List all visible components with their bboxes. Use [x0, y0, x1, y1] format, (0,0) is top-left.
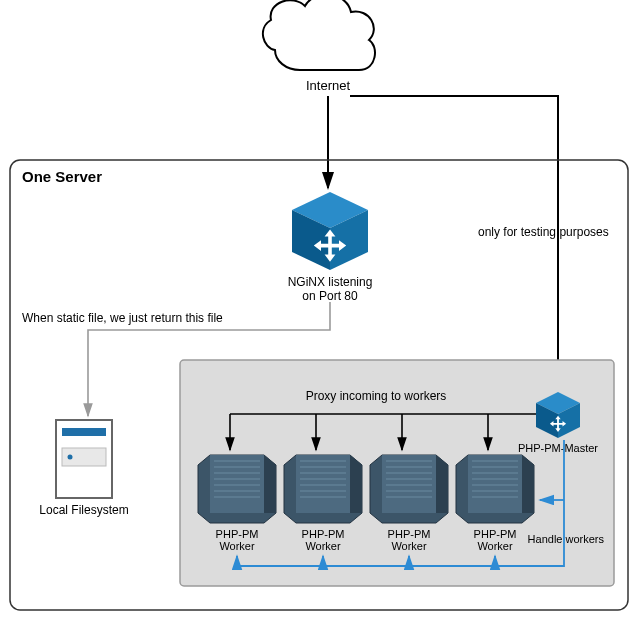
internet-label: Internet	[306, 78, 350, 93]
worker-2	[284, 455, 362, 523]
worker-4-label-1: PHP-PM	[474, 528, 517, 540]
internet-cloud: Internet	[263, 0, 375, 93]
label-proxy: Proxy incoming to workers	[306, 389, 447, 403]
server-title: One Server	[22, 168, 102, 185]
local-filesystem-label: Local Filesystem	[39, 503, 128, 517]
nginx-label-1: NGiNX listening	[288, 275, 373, 289]
worker-1-label-1: PHP-PM	[216, 528, 259, 540]
svg-point-51	[68, 455, 73, 460]
label-static-file: When static file, we just return this fi…	[22, 311, 223, 325]
svg-marker-29	[382, 455, 436, 513]
worker-4-label-2: Worker	[477, 540, 513, 552]
svg-marker-39	[468, 455, 522, 513]
local-filesystem-node	[56, 420, 112, 498]
worker-2-label-1: PHP-PM	[302, 528, 345, 540]
svg-marker-9	[264, 455, 276, 513]
worker-3	[370, 455, 448, 523]
worker-1-label-2: Worker	[219, 540, 255, 552]
label-handle-workers: Handle workers	[528, 533, 605, 545]
worker-2-label-2: Worker	[305, 540, 341, 552]
worker-3-label-1: PHP-PM	[388, 528, 431, 540]
svg-marker-40	[522, 455, 534, 513]
svg-marker-19	[296, 455, 350, 513]
worker-1	[198, 455, 276, 523]
worker-3-label-2: Worker	[391, 540, 427, 552]
svg-rect-49	[62, 428, 106, 436]
svg-marker-7	[210, 455, 264, 513]
svg-marker-20	[350, 455, 362, 513]
label-testing: only for testing purposes	[478, 225, 609, 239]
worker-4	[456, 455, 534, 523]
nginx-label-2: on Port 80	[302, 289, 358, 303]
php-pm-master-label: PHP-PM-Master	[518, 442, 598, 454]
svg-marker-30	[436, 455, 448, 513]
arrow-internet-to-master	[350, 96, 558, 390]
nginx-node	[292, 192, 368, 270]
